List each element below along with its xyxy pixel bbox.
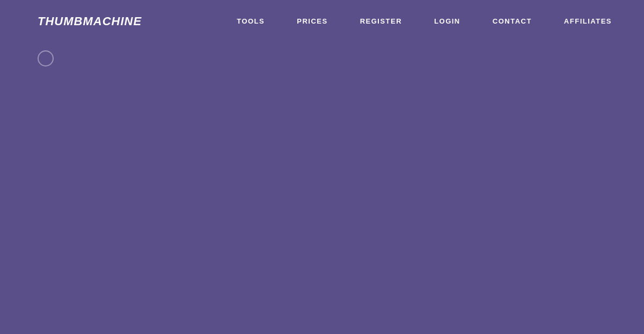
nav-item-login[interactable]: LOGIN: [418, 0, 477, 42]
site-header: THUMBMACHINE TOOLS PRICES REGISTER LOGIN…: [0, 0, 644, 42]
nav-item-register[interactable]: REGISTER: [344, 0, 418, 42]
main-nav: TOOLS PRICES REGISTER LOGIN CONTACT AFFI…: [221, 0, 628, 42]
nav-item-contact[interactable]: CONTACT: [477, 0, 548, 42]
loading-spinner: [38, 50, 54, 66]
site-logo[interactable]: THUMBMACHINE: [38, 14, 142, 28]
nav-item-tools[interactable]: TOOLS: [221, 0, 281, 42]
nav-item-affiliates[interactable]: AFFILIATES: [548, 0, 628, 42]
nav-item-prices[interactable]: PRICES: [281, 0, 343, 42]
main-content: [0, 42, 644, 334]
